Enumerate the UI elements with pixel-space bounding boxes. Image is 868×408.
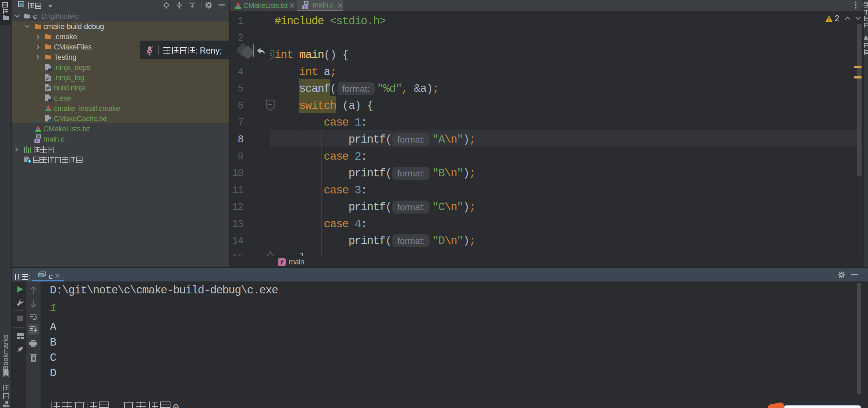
svg-text:?: ?	[49, 98, 51, 103]
svg-text:C: C	[36, 139, 39, 143]
svg-text:?: ?	[49, 67, 51, 72]
svg-text:C: C	[304, 5, 306, 9]
